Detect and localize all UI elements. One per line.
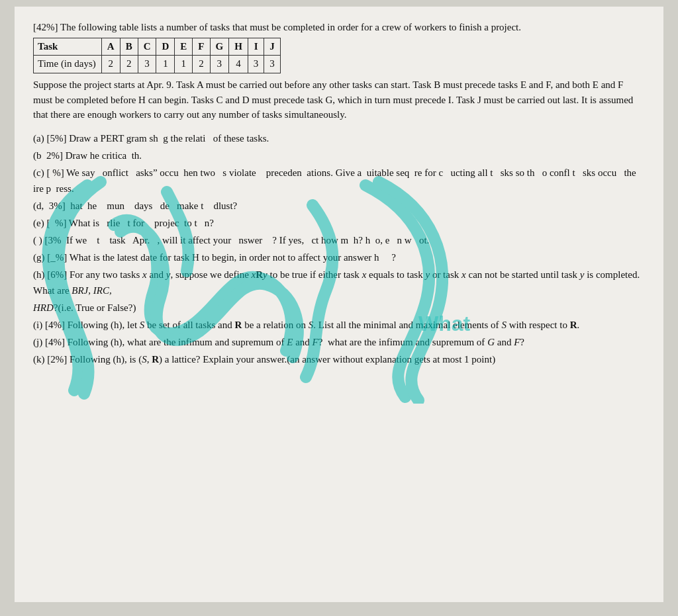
part-a-label: (a) [5%] Draw a PERT gram sh <box>33 133 158 144</box>
task-e-header: E <box>175 38 193 56</box>
task-g-header: G <box>210 38 229 56</box>
part-j: (j) [4%] Following (h), what are the inf… <box>33 334 645 350</box>
part-i-S3: S <box>501 320 507 330</box>
time-i: 3 <box>248 56 264 73</box>
task-d-header: D <box>156 38 175 56</box>
part-i-label: (i) [4%] Following (h), let <box>33 320 140 330</box>
part-i-text5: . <box>577 320 580 330</box>
part-a: (a) [5%] Draw a PERT gram sh g the relat… <box>33 130 645 146</box>
part-i-text2: be a relation on <box>242 320 308 330</box>
part-h-text3: to be true if either task <box>267 269 362 280</box>
task-h-header: H <box>229 38 248 56</box>
part-f-label: ( ) [3% If we t task Apr. , will it affe… <box>33 235 429 245</box>
part-e: (e) [ %] What is rlie t for projec to t … <box>33 215 645 231</box>
part-k-text1: ) a lattice? Explain your answer.(an ans… <box>159 354 495 365</box>
part-k-R: R <box>152 354 159 365</box>
time-h: 4 <box>229 56 248 73</box>
part-h-y: y <box>166 269 171 280</box>
problem-body: Suppose the project starts at Apr. 9. Ta… <box>33 77 645 122</box>
part-j-text2: ? what are the infimum and supremum of <box>318 337 487 347</box>
part-b: (b 2%] Draw he critica th. <box>33 148 645 163</box>
part-h-x: x <box>142 269 147 280</box>
part-c: (c) [ %] We say onflict asks” occu hen t… <box>33 165 645 197</box>
part-i-R: R <box>235 320 242 330</box>
time-label: Time (in days) <box>34 56 102 73</box>
part-g-label: (g) [_%] What is the latest date for tas… <box>33 252 396 263</box>
part-h-BRJ: BRJ, IRC, <box>72 285 111 296</box>
time-c: 3 <box>138 56 156 73</box>
part-j-text4: ? <box>520 337 524 347</box>
task-f-header: F <box>193 38 210 56</box>
part-k-label: (k) [2%] Following (h), is ( <box>33 354 142 365</box>
part-h-text2: , suppose we define <box>171 269 252 280</box>
part-a-text: g the relati of these tasks. <box>163 133 269 144</box>
task-c-header: C <box>138 38 156 56</box>
part-h-text5: or task <box>430 269 461 280</box>
part-h-text4: equals to task <box>366 269 425 280</box>
part-e-label: (e) [ %] What is rlie t for projec to t … <box>33 218 214 228</box>
part-b-label: (b 2%] Draw <box>33 150 90 161</box>
intro-paragraph: [42%] The following table lists a number… <box>33 20 645 35</box>
part-d: (d, 3%] hat he mun days de make t dlust? <box>33 198 645 214</box>
part-k-S: S <box>142 354 147 365</box>
part-j-text1: and <box>293 337 312 347</box>
part-i: (i) [4%] Following (h), let S be set of … <box>33 317 645 333</box>
part-i-text3: . List all the minimal and maximal eleme… <box>313 320 501 330</box>
part-j-F: F <box>313 337 318 347</box>
part-b-text: he critica th. <box>90 150 142 161</box>
page-container: [42%] The following table lists a number… <box>15 7 663 602</box>
part-d-label: (d, 3%] hat he mun days de make t dlust? <box>33 200 237 211</box>
parts-section: (a) [5%] Draw a PERT gram sh g the relat… <box>33 130 645 367</box>
part-i-text1: be set of all tasks and <box>144 320 234 330</box>
part-h-label: (h) [6%] For any two tasks <box>33 269 142 280</box>
task-j-header: J <box>264 38 281 56</box>
part-j-text3: and <box>495 337 514 347</box>
part-k: (k) [2%] Following (h), is (S, R) a latt… <box>33 351 645 367</box>
task-i-header: I <box>248 38 264 56</box>
time-a: 2 <box>101 56 120 73</box>
part-h-text6: can not be started until task <box>466 269 580 280</box>
time-j: 3 <box>264 56 281 73</box>
part-i-text4: with respect to <box>507 320 570 330</box>
table-header-row: Task A B C D E F G H I J <box>34 38 281 56</box>
time-b: 2 <box>120 56 138 73</box>
part-f: ( ) [3% If we t task Apr. , will it affe… <box>33 232 645 248</box>
part-h-HRD: HRD?(i.e. True or False?) <box>33 302 136 313</box>
time-e: 1 <box>175 56 193 73</box>
part-h-y2: y <box>263 269 267 280</box>
table-time-row: Time (in days) 2 2 3 1 1 2 3 4 3 3 <box>34 56 281 73</box>
task-a-header: A <box>101 38 120 56</box>
part-j-G: G <box>487 337 495 347</box>
part-h-R: R <box>256 269 263 280</box>
task-table: Task A B C D E F G H I J Time (in days) … <box>33 38 281 74</box>
time-f: 2 <box>193 56 210 73</box>
part-c-label: (c) [ %] We say onflict asks” occu hen t… <box>33 167 644 194</box>
part-j-label: (j) [4%] Following (h), what are the inf… <box>33 337 287 347</box>
part-g: (g) [_%] What is the latest date for tas… <box>33 249 645 265</box>
part-h-line2: HRD?(i.e. True or False?) <box>33 300 645 316</box>
part-h: (h) [6%] For any two tasks x and y, supp… <box>33 267 645 298</box>
part-i-R2: R <box>570 320 577 330</box>
time-d: 1 <box>156 56 175 73</box>
part-j-F2: F <box>514 337 520 347</box>
part-h-text1: and <box>147 269 166 280</box>
part-h-x3: x <box>461 269 466 280</box>
time-g: 3 <box>210 56 229 73</box>
task-label-header: Task <box>34 38 102 56</box>
task-b-header: B <box>120 38 138 56</box>
